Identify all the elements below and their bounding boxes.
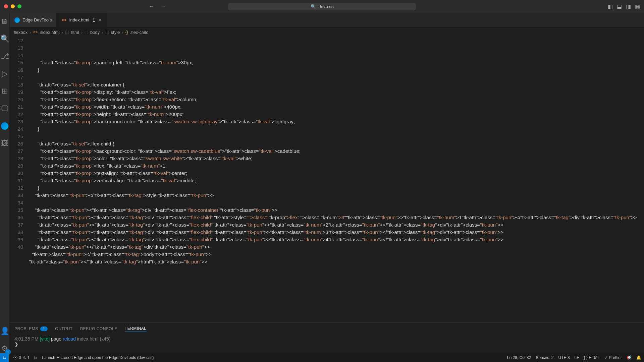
tab-label: Edge DevTools <box>22 17 52 22</box>
bell-icon[interactable]: 🔔 <box>636 355 641 360</box>
statusbar: ⇆ ⓧ0 ⚠1 ▷ Launch Microsoft Edge and open… <box>0 353 644 362</box>
layout-controls: ◧ ⬓ ◨ ▦ <box>608 3 640 10</box>
edge-tools-icon[interactable] <box>0 121 9 131</box>
term-vite: [vite] <box>40 336 50 342</box>
image-icon[interactable]: 🖼 <box>0 139 9 148</box>
panel-left-icon[interactable]: ◧ <box>608 3 613 10</box>
remote-icon: ⇆ <box>3 355 6 360</box>
term-text: page <box>51 336 61 342</box>
panel-tab-label: OUTPUT <box>55 326 72 331</box>
code-editor[interactable]: 1213141516171819202122232425262728293031… <box>10 37 644 322</box>
tab-index-html[interactable]: <> index.html 1 ✕ <box>57 13 107 27</box>
panel-right-icon[interactable]: ◨ <box>626 3 631 10</box>
status-lang[interactable]: { } HTML <box>584 355 600 360</box>
close-window-icon[interactable] <box>4 4 8 8</box>
edge-icon <box>14 17 20 23</box>
search-text: dev-css <box>319 4 334 9</box>
titlebar: ← → 🔍 dev-css ◧ ⬓ ◨ ▦ <box>0 0 644 13</box>
explorer-icon[interactable]: 🗎 <box>0 17 9 26</box>
settings-icon[interactable]: ⚙1 <box>0 344 9 353</box>
accounts-icon[interactable]: 👤 <box>0 326 9 336</box>
term-count: (x45) <box>100 336 111 342</box>
bc-item[interactable]: style <box>111 30 120 35</box>
tab-debug-console[interactable]: DEBUG CONSOLE <box>80 326 117 331</box>
panel-tab-label: DEBUG CONSOLE <box>80 326 117 331</box>
bc-item[interactable]: body <box>90 30 100 35</box>
command-center[interactable]: 🔍 dev-css <box>228 3 416 10</box>
window-controls <box>4 4 21 8</box>
problems-badge: 1 <box>40 326 48 331</box>
tab-label: index.html <box>69 17 89 22</box>
panel-tab-label: PROBLEMS <box>14 326 38 331</box>
status-prettier[interactable]: ✓ Prettier <box>604 355 622 360</box>
status-cursor[interactable]: Ln 28, Col 32 <box>507 355 531 360</box>
source-control-icon[interactable]: ⎇ <box>0 52 9 61</box>
warning-icon: ⚠ <box>22 355 26 360</box>
status-eol[interactable]: LF <box>575 355 579 360</box>
status-spaces[interactable]: Spaces: 2 <box>536 355 553 360</box>
gutter: 1213141516171819202122232425262728293031… <box>10 37 29 322</box>
panel-tab-label: TERMINAL <box>125 326 147 331</box>
error-icon: ⓧ <box>13 355 17 361</box>
panel-tabs: PROBLEMS 1 OUTPUT DEBUG CONSOLE TERMINAL… <box>10 323 644 335</box>
editor-pane: Edge DevTools <> index.html 1 ✕ ◫ ⋯ flex… <box>10 13 644 322</box>
back-icon[interactable]: ← <box>149 3 154 9</box>
close-icon[interactable]: ✕ <box>98 17 102 23</box>
debug-icon[interactable]: ▷ <box>34 355 37 360</box>
layout-grid-icon[interactable]: ▦ <box>635 3 640 10</box>
status-errors[interactable]: ⓧ0 ⚠1 <box>13 355 30 361</box>
tab-problems[interactable]: PROBLEMS 1 <box>14 326 48 331</box>
forward-icon[interactable]: → <box>161 3 166 9</box>
run-debug-icon[interactable]: ▷ <box>0 69 9 78</box>
tab-output[interactable]: OUTPUT <box>55 326 72 331</box>
activity-bar: 🗎 🔍 ⎇ ▷ ⊞ 🖵 🖼 👤 ⚙1 <box>0 13 10 353</box>
bottom-panel: PROBLEMS 1 OUTPUT DEBUG CONSOLE TERMINAL… <box>10 322 644 353</box>
tab-edge-devtools[interactable]: Edge DevTools <box>10 13 57 27</box>
code-content[interactable]: "tk-attr">class="tk-prop">padding-left: … <box>29 37 644 322</box>
editor-tabs: Edge DevTools <> index.html 1 ✕ ◫ ⋯ <box>10 13 644 27</box>
search-activity-icon[interactable]: 🔍 <box>0 34 9 44</box>
html-file-icon: <> <box>61 17 66 22</box>
status-encoding[interactable]: UTF-8 <box>558 355 570 360</box>
breadcrumb[interactable]: flexbox› <>index.html› ⬚html› ⬚body› ⬚st… <box>10 27 644 37</box>
feedback-icon[interactable]: 📢 <box>627 355 632 360</box>
terminal[interactable]: 4:01:35 PM [vite] page reload index.html… <box>10 335 644 353</box>
minimize-window-icon[interactable] <box>11 4 15 8</box>
nav-arrows: ← → <box>149 3 166 9</box>
bc-item[interactable]: html <box>71 30 79 35</box>
remote-explorer-icon[interactable]: 🖵 <box>0 104 9 113</box>
bc-item[interactable]: index.html <box>40 30 60 35</box>
extensions-icon[interactable]: ⊞ <box>0 86 9 96</box>
maximize-window-icon[interactable] <box>17 4 21 8</box>
settings-badge: 1 <box>5 349 11 355</box>
dirty-badge: 1 <box>93 17 95 23</box>
panel-bottom-icon[interactable]: ⬓ <box>617 3 622 10</box>
bc-item[interactable]: flexbox <box>14 30 28 35</box>
bc-item[interactable]: .flex-child <box>130 30 149 35</box>
term-reload: reload <box>63 336 76 342</box>
tab-terminal[interactable]: TERMINAL <box>125 326 147 332</box>
term-time: 4:01:35 PM <box>14 336 39 342</box>
status-launch-msg[interactable]: Launch Microsoft Edge and open the Edge … <box>42 355 154 360</box>
term-file: index.html <box>77 336 99 342</box>
term-prompt: ❯ <box>14 342 644 347</box>
search-icon: 🔍 <box>311 4 316 9</box>
